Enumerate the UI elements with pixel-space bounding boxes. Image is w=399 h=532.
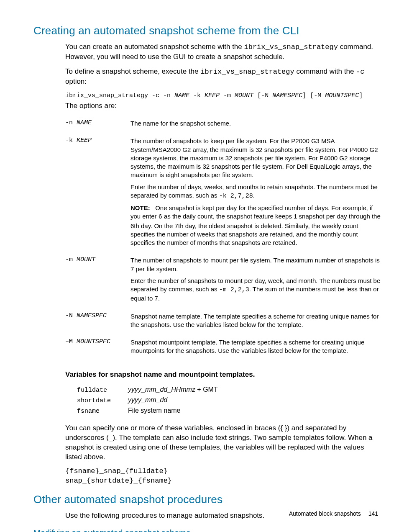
text: To define a snapshot scheme, execute the: [65, 67, 200, 75]
variable-desc: File system name: [128, 406, 218, 416]
page-number: 141: [368, 510, 378, 517]
variables-post-paragraph: You can specify one or more of these var…: [65, 424, 382, 462]
arg: KEEP: [77, 137, 92, 144]
options-intro: The options are:: [65, 101, 382, 111]
command-syntax: ibrix_vs_snap_strategy -c -n NAME -k KEE…: [65, 92, 382, 100]
text: .: [253, 192, 255, 199]
command-inline: ibrix_vs_snap_strategy: [200, 68, 294, 76]
variables-table: fulldate yyyy_mm_dd_HHmmz + GMT shortdat…: [77, 385, 218, 416]
code: ibrix_vs_snap_strategy -c -n: [65, 92, 174, 99]
code: -k: [189, 92, 205, 99]
page-footer: Automated block snapshots 141: [289, 510, 378, 517]
option-flag: –M MOUNTSPEC: [65, 337, 130, 363]
option-flag: -k KEEP: [65, 135, 130, 254]
variable-row: fulldate yyyy_mm_dd_HHmmz + GMT: [77, 385, 218, 395]
flag: -N: [65, 312, 77, 319]
text: The number of snapshots to keep per file…: [130, 137, 382, 179]
page: Creating an automated snapshot scheme fr…: [0, 0, 399, 532]
heading-other-procedures: Other automated snapshot procedures: [33, 493, 382, 506]
arg: MOUNT: [77, 256, 95, 263]
arg: NAMESPEC: [77, 312, 107, 319]
note-label: NOTE:: [130, 204, 150, 211]
code-inline: -m 2,2,3: [219, 286, 249, 293]
code-arg: NAMESPEC: [272, 92, 302, 99]
variables-heading: Variables for snapshot name and mountpoi…: [65, 370, 382, 379]
format: yyyy_mm_dd_HHmmz: [128, 386, 195, 393]
text: command with the: [294, 67, 356, 75]
option-flag: -n NAME: [65, 118, 130, 135]
flag: -m: [65, 256, 77, 263]
code: ]: [359, 92, 363, 99]
option-row-keep: -k KEEP The number of snapshots to keep …: [65, 135, 382, 254]
code: [-N: [253, 92, 272, 99]
text: You can create an automated snapshot sch…: [65, 43, 244, 51]
text: Snapshot mountpoint template. The templa…: [130, 338, 382, 355]
option-desc: The number of snapshots to keep per file…: [130, 135, 382, 254]
variable-desc: yyyy_mm_dd: [128, 395, 218, 406]
variable-name: fulldate: [77, 385, 128, 395]
text: The name for the snapshot scheme.: [130, 119, 382, 128]
option-row-mountspec: –M MOUNTSPEC Snapshot mountpoint templat…: [65, 337, 382, 363]
text: Enter the number of days, weeks, and mon…: [130, 183, 382, 201]
flag: –M: [65, 338, 77, 345]
code-inline: -k 2,7,28: [219, 193, 253, 200]
option-desc: The name for the snapshot scheme.: [130, 118, 382, 135]
variable-row: fsname File system name: [77, 406, 218, 416]
option-desc: Snapshot mountpoint template. The templa…: [130, 337, 382, 363]
code: ] [-M: [302, 92, 325, 99]
note: NOTE: One snapshot is kept per day for t…: [130, 204, 382, 247]
option-flag: -m MOUNT: [65, 254, 130, 310]
option-row-name: -n NAME The name for the snapshot scheme…: [65, 118, 382, 135]
variable-desc: yyyy_mm_dd_HHmmz + GMT: [128, 385, 218, 395]
footer-section-label: Automated block snapshots: [289, 510, 361, 517]
heading-creating-snapshot-cli: Creating an automated snapshot scheme fr…: [33, 24, 382, 37]
arg: NAME: [77, 119, 92, 126]
heading-modifying-scheme: Modifying an automated snapshot scheme: [33, 528, 382, 532]
text: + GMT: [195, 386, 218, 393]
code-arg: MOUNTSPEC: [325, 92, 359, 99]
options-table: -n NAME The name for the snapshot scheme…: [65, 118, 382, 363]
code-arg: KEEP: [205, 92, 220, 99]
intro-paragraph: You can create an automated snapshot sch…: [65, 42, 382, 62]
command-inline: ibrix_vs_snap_strategy: [244, 43, 338, 51]
code-arg: MOUNT: [235, 92, 253, 99]
code-inline: 6: [159, 213, 162, 221]
variable-name: fsname: [77, 406, 128, 416]
option-desc: The number of snapshots to mount per fil…: [130, 254, 382, 310]
option-desc: Snapshot name template. The template spe…: [130, 311, 382, 337]
variable-row: shortdate yyyy_mm_dd: [77, 395, 218, 406]
option-flag: -N NAMESPEC: [65, 311, 130, 337]
template-samples: {fsname}_snap_{fulldate} snap_{shortdate…: [65, 467, 382, 485]
flag: -n: [65, 119, 77, 126]
code: -m: [220, 92, 235, 99]
flag: -k: [65, 137, 77, 144]
option-row-namespec: -N NAMESPEC Snapshot name template. The …: [65, 311, 382, 337]
text: option:: [65, 77, 87, 85]
variable-name: shortdate: [77, 395, 128, 406]
text: Snapshot name template. The template spe…: [130, 312, 382, 329]
text: The number of snapshots to mount per fil…: [130, 256, 382, 273]
format: yyyy_mm_dd: [128, 396, 167, 403]
code-arg: NAME: [174, 92, 189, 99]
flag-inline: -c: [356, 68, 364, 76]
option-row-mount: -m MOUNT The number of snapshots to moun…: [65, 254, 382, 310]
section-body: You can create an automated snapshot sch…: [65, 42, 382, 486]
text: as the daily count, the snapshot feature…: [130, 213, 381, 246]
arg: MOUNTSPEC: [77, 338, 110, 345]
text: Enter the number of snapshots to mount p…: [130, 277, 382, 303]
define-paragraph: To define a snapshot scheme, execute the…: [65, 67, 382, 87]
